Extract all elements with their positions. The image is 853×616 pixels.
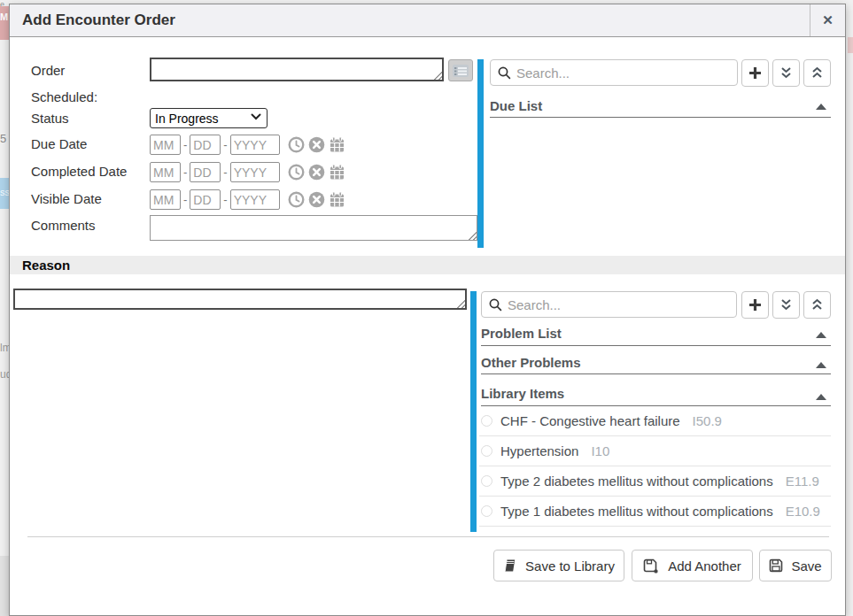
add-encounter-order-dialog: Add Encounter Order ✕ Order Scheduled: S… (9, 4, 846, 616)
section-header-library-items[interactable]: Library Items (481, 374, 831, 406)
visible-date-label: Visible Date (31, 191, 102, 206)
list-item[interactable]: Type 1 diabetes mellitus without complic… (479, 497, 831, 527)
comments-input-wrap (150, 215, 477, 241)
due-add-button[interactable] (741, 59, 769, 87)
plus-icon (748, 66, 762, 80)
double-chevron-up-icon (810, 298, 824, 312)
reason-input[interactable] (15, 290, 465, 308)
section-header-other-problems[interactable]: Other Problems (481, 346, 831, 374)
list-item[interactable]: CHF - Congestive heart failure I50.9 (479, 406, 831, 436)
order-label: Order (31, 63, 65, 78)
double-chevron-up-icon (810, 66, 824, 80)
button-label: Save (791, 558, 821, 574)
completed-date-row: - - (150, 162, 345, 182)
footer-divider (27, 536, 829, 537)
bg-fragment-right (848, 37, 853, 53)
reason-add-button[interactable] (741, 291, 769, 319)
due-collapse-all-button[interactable] (803, 59, 831, 87)
save-plus-icon (643, 558, 660, 574)
clear-date-icon[interactable] (308, 191, 325, 208)
bg-fragment-blue-chip: ss (0, 178, 9, 209)
save-button[interactable]: Save (759, 550, 832, 581)
reason-panel-accent-bar (470, 291, 477, 532)
section-header-due-list[interactable]: Due List (490, 94, 831, 118)
caret-up-icon (816, 104, 826, 110)
completed-date-day-input[interactable] (190, 162, 221, 182)
caret-up-icon (816, 332, 826, 338)
date-separator: - (183, 166, 187, 179)
radio-button[interactable] (481, 415, 492, 427)
radio-button[interactable] (481, 445, 492, 457)
double-chevron-down-icon (779, 66, 793, 80)
section-label: Problem List (481, 319, 562, 349)
item-name: Hypertension (500, 443, 578, 458)
close-button[interactable]: ✕ (810, 4, 845, 36)
save-to-library-button[interactable]: Save to Library (493, 550, 624, 581)
visible-date-day-input[interactable] (190, 189, 221, 210)
due-panel-accent-bar (477, 59, 484, 248)
due-date-month-input[interactable] (150, 135, 181, 155)
calendar-icon[interactable] (329, 191, 345, 208)
due-expand-all-button[interactable] (772, 59, 800, 87)
date-separator: - (223, 138, 227, 151)
date-separator: - (183, 138, 187, 151)
visible-date-year-input[interactable] (230, 189, 280, 210)
due-date-day-input[interactable] (190, 135, 221, 155)
completed-date-year-input[interactable] (230, 162, 280, 182)
close-icon: ✕ (822, 12, 834, 27)
calendar-icon[interactable] (329, 164, 345, 181)
order-input[interactable] (151, 59, 442, 80)
section-header-problem-list[interactable]: Problem List (481, 319, 831, 346)
radio-button[interactable] (481, 475, 492, 487)
due-date-label: Due Date (31, 136, 87, 151)
order-lookup-button[interactable] (448, 59, 473, 81)
list-item[interactable]: Type 2 diabetes mellitus without complic… (479, 466, 831, 497)
reason-section-bar: Reason (10, 256, 845, 274)
double-chevron-down-icon (779, 298, 793, 312)
reason-search-input[interactable] (508, 297, 729, 312)
dialog-title: Add Encounter Order (22, 4, 175, 36)
item-name: Type 2 diabetes mellitus without complic… (500, 474, 773, 489)
library-items-list: CHF - Congestive heart failure I50.9 Hyp… (479, 406, 831, 527)
completed-date-month-input[interactable] (150, 162, 181, 182)
caret-up-icon (816, 362, 826, 368)
due-search-box (490, 59, 738, 86)
visible-date-month-input[interactable] (150, 189, 181, 210)
reason-input-wrap (13, 289, 467, 310)
bg-fragment-gray-block (0, 556, 9, 616)
page-background: e M 5 ss lm ud Add Encounter Order ✕ Ord… (0, 0, 853, 616)
list-icon (452, 64, 469, 78)
reason-section-title: Reason (22, 256, 70, 274)
visible-date-row: - - (150, 189, 345, 210)
item-code: I50.9 (693, 413, 722, 428)
clock-icon[interactable] (288, 191, 305, 208)
order-input-wrap (150, 58, 444, 81)
caret-up-icon (816, 394, 826, 400)
date-separator: - (223, 193, 227, 206)
completed-date-label: Completed Date (31, 164, 127, 179)
item-name: CHF - Congestive heart failure (500, 413, 680, 428)
reason-expand-all-button[interactable] (772, 291, 800, 319)
section-label: Due List (490, 94, 542, 118)
status-select[interactable]: In Progress (150, 108, 268, 128)
date-separator: - (183, 193, 187, 206)
item-code: I10 (591, 443, 609, 458)
calendar-icon[interactable] (329, 136, 345, 153)
clock-icon[interactable] (288, 136, 305, 153)
item-code: E10.9 (786, 504, 820, 519)
clock-icon[interactable] (288, 164, 305, 181)
comments-input[interactable] (151, 216, 477, 240)
plus-icon (748, 298, 762, 312)
due-date-year-input[interactable] (230, 135, 280, 155)
due-search-input[interactable] (516, 65, 730, 81)
clear-date-icon[interactable] (308, 136, 325, 153)
radio-button[interactable] (481, 505, 492, 517)
scheduled-label: Scheduled: (31, 89, 97, 104)
item-name: Type 1 diabetes mellitus without complic… (500, 504, 773, 519)
clear-date-icon[interactable] (308, 164, 325, 181)
reason-collapse-all-button[interactable] (803, 291, 831, 319)
list-item[interactable]: Hypertension I10 (479, 436, 831, 466)
add-another-button[interactable]: Add Another (632, 550, 753, 581)
due-date-row: - - (150, 135, 345, 155)
search-icon (498, 66, 511, 80)
